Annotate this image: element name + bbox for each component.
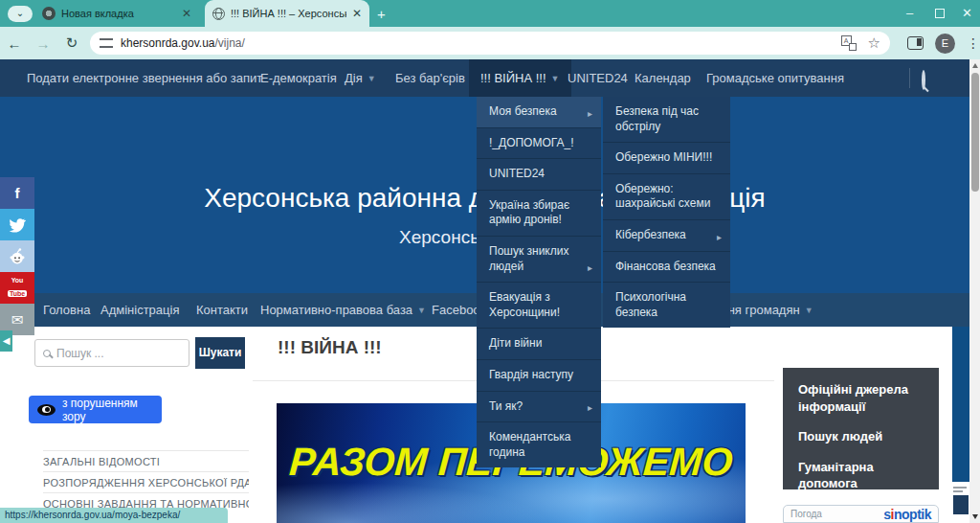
link-people-search[interactable]: Пошук людей xyxy=(798,428,924,445)
menu-item-dity-vijny[interactable]: Діти війни xyxy=(477,329,601,360)
snav-item-normatyvna-baza[interactable]: Нормативно-правова база▼ xyxy=(260,293,426,327)
menu-item-ty-yak[interactable]: Ти як?▸ xyxy=(477,392,601,423)
submenu-item-obstril[interactable]: Безпека під час обстрілу xyxy=(603,97,730,143)
page-edge-strip xyxy=(952,293,969,327)
window-close-button[interactable]: ✕ xyxy=(962,6,972,20)
browser-titlebar: ⌄ Новая вкладка ✕ !!! ВІЙНА !!! – Херсон… xyxy=(0,0,980,27)
vijna-dropdown-menu: Моя безпека▸ !_ДОПОМОГА_! UNITED24 Украї… xyxy=(477,97,601,467)
sidebar-collapse-arrow[interactable]: ◀ xyxy=(0,330,12,352)
search-icon[interactable] xyxy=(922,72,925,89)
globe-favicon-icon xyxy=(212,8,225,20)
page-edge-strip xyxy=(952,59,969,97)
official-links-widget: Офіційні джерела інформації Пошук людей … xyxy=(783,368,939,489)
chevron-down-icon: ▼ xyxy=(368,74,376,83)
submenu-arrow-icon: ▸ xyxy=(588,107,592,120)
link-humanitarian-aid[interactable]: Гуманітарна допомога xyxy=(798,459,924,492)
cutoff-widget-text xyxy=(953,490,963,492)
search-placeholder: Пошук ... xyxy=(56,347,104,360)
moya-bezpeka-submenu: Безпека під час обстрілу Обережно МІНИ!!… xyxy=(603,97,730,328)
reddit-snoo-icon xyxy=(8,247,27,266)
chevron-down-icon: ▼ xyxy=(551,74,560,83)
menu-item-armiya-droniv[interactable]: Україна збирає армію дронів! xyxy=(477,191,601,237)
cutoff-widget xyxy=(953,495,969,514)
nav-item-diya[interactable]: Дія▼ xyxy=(345,59,376,97)
forward-button[interactable]: → xyxy=(29,35,57,52)
window-restore-button[interactable] xyxy=(935,9,945,18)
tab-title: !!! ВІЙНА !!! – Херсонська рай xyxy=(231,8,346,19)
weather-label: Погода xyxy=(791,509,883,519)
main-navigation: Подати електронне звернення або запит Е-… xyxy=(0,59,969,97)
submenu-item-shahrajski-shemy[interactable]: Обережно: шахрайські схеми xyxy=(603,174,730,220)
visually-impaired-button[interactable]: з порушенням зору xyxy=(29,396,162,423)
submenu-item-psyhologichna[interactable]: Психологічна безпека xyxy=(603,283,730,328)
window-minimize-button[interactable]: – xyxy=(906,6,913,20)
tab-new-tab[interactable]: Новая вкладка ✕ xyxy=(34,0,199,27)
page-edge-strip xyxy=(952,327,969,482)
weather-widget[interactable]: Погода sinoptik xyxy=(783,505,939,523)
menu-item-poshuk-znyklyh[interactable]: Пошук зниклих людей▸ xyxy=(477,237,601,283)
chevron-down-icon: ▼ xyxy=(805,306,813,315)
nav-item-zvernennya[interactable]: Подати електронне звернення або запит xyxy=(27,59,262,97)
menu-item-moya-bezpeka[interactable]: Моя безпека▸ xyxy=(477,97,601,128)
profile-avatar[interactable]: E xyxy=(935,34,955,54)
youtube-icon[interactable]: YouTube xyxy=(0,272,34,304)
search-input[interactable]: Пошук ... xyxy=(34,339,189,367)
scrollbar-thumb[interactable] xyxy=(971,73,979,192)
reload-button[interactable]: ↻ xyxy=(57,34,86,52)
submenu-item-finansova[interactable]: Фінансова безпека xyxy=(603,252,730,284)
status-bar-url: https://khersonrda.gov.ua/moya-bezpeka/ xyxy=(0,508,228,523)
address-bar[interactable]: khersonrda.gov.ua/vijna/ A ☆ xyxy=(90,32,890,55)
nav-item-vijna[interactable]: !!! ВІЙНА !!!▼ xyxy=(469,59,571,97)
translate-icon[interactable]: A xyxy=(841,35,857,51)
link-official-sources[interactable]: Офіційні джерела інформації xyxy=(798,381,924,415)
search-icon xyxy=(43,350,51,357)
menu-item-komendantska[interactable]: Комендантська година xyxy=(477,422,601,467)
snav-item-administratsiya[interactable]: Адміністрація xyxy=(100,293,179,327)
menu-item-dopomoga[interactable]: !_ДОПОМОГА_! xyxy=(477,128,601,160)
menu-item-united24[interactable]: UNITED24 xyxy=(477,159,601,191)
tab-search-button[interactable]: ⌄ xyxy=(8,6,33,22)
nav-item-opytuvannya[interactable]: Громадське опитування xyxy=(706,59,844,97)
nav-item-edemokratiya[interactable]: Е-демократія xyxy=(260,59,337,97)
page-edge-strip xyxy=(952,97,969,293)
submenu-item-miny[interactable]: Обережно МІНИ!!! xyxy=(603,143,730,174)
submenu-arrow-icon: ▸ xyxy=(588,401,592,414)
side-panel-icon[interactable] xyxy=(907,36,924,50)
tab-close-icon[interactable]: ✕ xyxy=(182,7,191,20)
url-host: khersonrda.gov.ua xyxy=(121,36,215,50)
nav-item-bez-baryeriv[interactable]: Без бар'єрів xyxy=(395,59,465,97)
tab-favicon-icon xyxy=(42,7,56,20)
tab-title: Новая вкладка xyxy=(61,8,176,19)
menu-item-gvardiya[interactable]: Гвардія наступу xyxy=(477,360,601,392)
bookmark-star-icon[interactable]: ☆ xyxy=(868,34,880,52)
tab-close-icon[interactable]: ✕ xyxy=(352,7,362,20)
scroll-up-icon[interactable] xyxy=(972,63,978,68)
site-settings-icon[interactable] xyxy=(100,38,113,48)
nav-item-kalendar[interactable]: Календар xyxy=(635,59,691,97)
tab-vijna[interactable]: !!! ВІЙНА !!! – Херсонська рай ✕ xyxy=(205,0,369,27)
page-title: !!! ВІЙНА !!! xyxy=(278,337,382,358)
snav-item-holovna[interactable]: Головна xyxy=(43,293,90,327)
browser-toolbar: ← → ↻ khersonrda.gov.ua/vijna/ A ☆ E ⋮ xyxy=(0,27,980,59)
back-button[interactable]: ← xyxy=(0,35,29,52)
submenu-item-kiberbezpeka[interactable]: Кібербезпека▸ xyxy=(603,220,730,252)
url-path: /vijna/ xyxy=(215,36,245,50)
facebook-icon[interactable]: f xyxy=(0,177,34,209)
menu-item-evakuatsiya[interactable]: Евакуація з Херсонщини! xyxy=(477,283,601,329)
browser-menu-icon[interactable]: ⋮ xyxy=(967,35,980,51)
eye-icon xyxy=(37,404,56,416)
nav-item-united24[interactable]: UNITED24 xyxy=(568,59,628,97)
search-submit-button[interactable]: Шукати xyxy=(195,337,245,369)
snav-item-kontakty[interactable]: Контакти xyxy=(196,293,248,327)
sidebar-link-zagalni[interactable]: ЗАГАЛЬНІ ВІДОМОСТІ xyxy=(43,450,249,471)
divider xyxy=(909,68,910,88)
new-tab-button[interactable]: + xyxy=(377,6,386,22)
screen: ⌄ Новая вкладка ✕ !!! ВІЙНА !!! – Херсон… xyxy=(0,0,980,523)
cutoff-widget-text xyxy=(953,487,967,489)
reddit-icon[interactable] xyxy=(0,240,34,272)
scroll-down-icon[interactable] xyxy=(972,514,978,519)
sidebar-link-rozporyadzhennya[interactable]: РОЗПОРЯДЖЕННЯ ХЕРСОНСЬКОЇ РДА xyxy=(43,471,249,492)
twitter-bird-icon xyxy=(9,216,26,234)
chevron-down-icon: ▼ xyxy=(417,306,426,315)
twitter-icon[interactable] xyxy=(0,209,34,240)
